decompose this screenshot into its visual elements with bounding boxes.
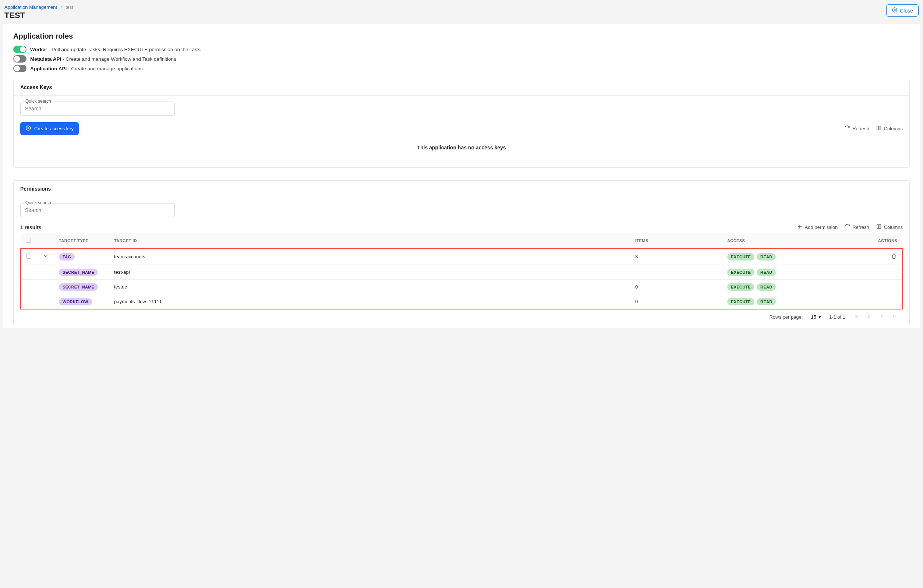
create-access-key-label: Create access key [34, 126, 74, 131]
access-keys-heading: Access Keys [14, 79, 909, 96]
pagination: Rows per page: 15 ▾ 1-1 of 1 [20, 309, 903, 325]
access-keys-card: Access Keys Quick search Create access k… [13, 79, 910, 168]
rows-per-page-value: 15 [811, 314, 816, 320]
svg-rect-3 [879, 126, 881, 130]
role-name: Worker [30, 47, 47, 52]
access-chip: EXECUTE [727, 269, 754, 276]
breadcrumb-root-link[interactable]: Application Management [5, 5, 57, 10]
table-row: WORKFLOWpayments_flow_111110EXECUTEREAD [21, 294, 902, 309]
role-toggle[interactable] [13, 46, 26, 53]
header-actions: ACTIONS [869, 233, 902, 249]
permissions-refresh-label: Refresh [852, 225, 869, 230]
permissions-table: TARGET TYPE TARGET ID ITEMS ACCESS ACTIO… [20, 233, 903, 309]
dropdown-icon: ▾ [818, 314, 821, 320]
role-row: Worker - Poll and update Tasks. Requires… [13, 46, 910, 53]
access-keys-refresh-label: Refresh [852, 126, 869, 131]
access-cell: EXECUTEREAD [722, 265, 869, 280]
role-description: - Create and manage Workflow and Task de… [61, 56, 177, 62]
page-last-button[interactable] [891, 314, 897, 320]
target-id-cell: payments_flow_11111 [109, 294, 630, 309]
table-row: TAGteam:accounts3EXECUTEREAD [21, 248, 902, 265]
breadcrumb-current: test [66, 5, 73, 10]
role-name: Application API [30, 66, 67, 71]
svg-rect-4 [877, 225, 879, 229]
permissions-card: Permissions Quick search 1 results Add p… [13, 180, 910, 325]
access-chip: READ [757, 253, 776, 261]
access-cell: EXECUTEREAD [722, 280, 869, 294]
header-items[interactable]: ITEMS [630, 233, 722, 249]
pagination-range: 1-1 of 1 [829, 314, 845, 320]
target-type-chip: SECRET_NAME [59, 283, 98, 291]
svg-rect-5 [879, 225, 881, 229]
refresh-icon [844, 224, 850, 231]
access-keys-empty-message: This application has no access keys [20, 135, 903, 161]
role-toggle[interactable] [13, 65, 26, 72]
columns-icon [876, 125, 882, 132]
roles-heading: Application roles [13, 32, 910, 41]
role-row: Application API - Create and manage appl… [13, 65, 910, 72]
access-chip: READ [757, 269, 776, 276]
select-all-checkbox[interactable] [26, 238, 31, 243]
role-name: Metadata API [30, 56, 61, 62]
role-row: Metadata API - Create and manage Workflo… [13, 55, 910, 62]
permissions-search-label: Quick search [24, 200, 53, 205]
role-description: - Poll and update Tasks. Requires EXECUT… [47, 47, 201, 52]
table-row: SECRET_NAMEtestee0EXECUTEREAD [21, 280, 902, 294]
rows-per-page-select[interactable]: 15 ▾ [811, 314, 821, 320]
close-icon [892, 7, 898, 14]
target-type-chip: TAG [59, 253, 75, 261]
chevron-down-icon[interactable] [43, 255, 49, 260]
role-description: - Create and manage applications. [67, 66, 144, 71]
create-access-key-button[interactable]: Create access key [20, 122, 79, 135]
page-first-button[interactable] [854, 314, 859, 320]
row-checkbox[interactable] [26, 253, 31, 259]
svg-rect-2 [877, 126, 879, 130]
access-chip: EXECUTE [727, 298, 754, 305]
target-id-cell: testee [109, 280, 630, 294]
close-button-label: Close [900, 8, 913, 14]
items-cell [630, 265, 722, 280]
table-row: SECRET_NAMEtest-apiEXECUTEREAD [21, 265, 902, 280]
close-button[interactable]: Close [886, 5, 918, 16]
refresh-icon [844, 125, 850, 132]
breadcrumb-separator: / [61, 5, 62, 10]
access-chip: EXECUTE [727, 283, 754, 291]
role-toggle[interactable] [13, 55, 26, 62]
access-keys-columns-button[interactable]: Columns [876, 125, 903, 132]
plus-icon [797, 224, 803, 231]
access-chip: READ [757, 298, 776, 305]
target-type-chip: WORKFLOW [59, 298, 92, 305]
permissions-columns-button[interactable]: Columns [876, 224, 903, 231]
permissions-result-count: 1 results [20, 225, 41, 230]
access-keys-columns-label: Columns [884, 126, 903, 131]
rows-per-page-label: Rows per page: [769, 314, 803, 320]
access-cell: EXECUTEREAD [722, 248, 869, 265]
target-type-chip: SECRET_NAME [59, 269, 98, 276]
page-title: TEST [5, 11, 73, 20]
columns-icon [876, 224, 882, 231]
page-prev-button[interactable] [866, 314, 872, 320]
delete-row-button[interactable] [891, 255, 897, 260]
items-cell: 0 [630, 280, 722, 294]
access-keys-refresh-button[interactable]: Refresh [844, 125, 869, 132]
access-keys-search-label: Quick search [24, 99, 53, 104]
add-permission-label: Add permission [805, 225, 838, 230]
items-cell: 0 [630, 294, 722, 309]
header-target-id[interactable]: TARGET ID [109, 233, 630, 249]
target-id-cell: team:accounts [109, 248, 630, 265]
target-id-cell: test-api [109, 265, 630, 280]
items-cell: 3 [630, 248, 722, 265]
plus-circle-icon [25, 125, 31, 132]
permissions-refresh-button[interactable]: Refresh [844, 224, 869, 231]
header-target-type[interactable]: TARGET TYPE [54, 233, 109, 249]
breadcrumb: Application Management / test [5, 5, 73, 10]
access-cell: EXECUTEREAD [722, 294, 869, 309]
add-permission-button[interactable]: Add permission [797, 224, 838, 231]
permissions-columns-label: Columns [884, 225, 903, 230]
access-chip: EXECUTE [727, 253, 754, 261]
access-chip: READ [757, 283, 776, 291]
page-next-button[interactable] [879, 314, 884, 320]
permissions-heading: Permissions [14, 181, 909, 197]
header-access[interactable]: ACCESS [722, 233, 869, 249]
